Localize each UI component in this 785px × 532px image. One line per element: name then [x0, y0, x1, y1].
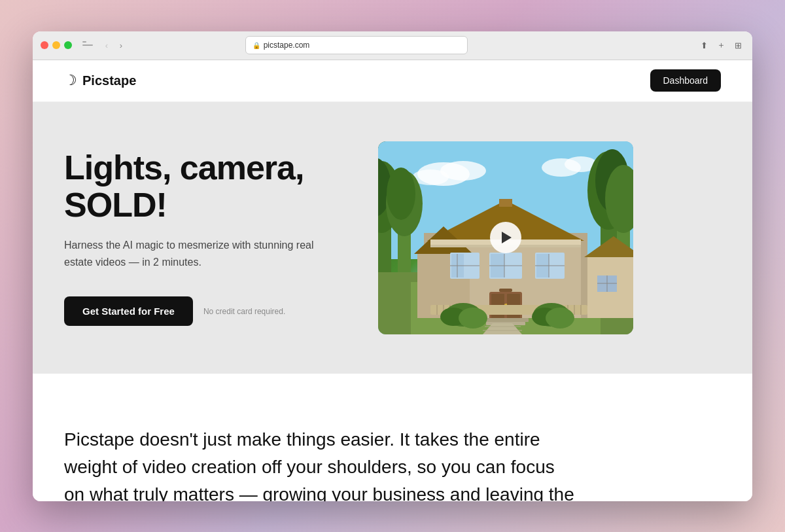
logo-icon: ☽ [64, 72, 77, 89]
svg-rect-49 [483, 318, 529, 322]
svg-point-73 [546, 308, 574, 328]
url-text: picstape.com [264, 41, 310, 50]
browser-actions: ⬆ ＋ ⊞ [699, 39, 744, 51]
traffic-lights [41, 41, 72, 49]
sidebar-icon[interactable]: ⊞ [733, 39, 744, 51]
minimize-button[interactable] [52, 41, 60, 49]
sidebar-toggle[interactable] [82, 41, 93, 49]
dashboard-button[interactable]: Dashboard [650, 69, 722, 92]
play-icon [502, 232, 512, 243]
lock-icon: 🔒 [253, 42, 260, 49]
new-tab-icon[interactable]: ＋ [716, 39, 727, 51]
play-button[interactable] [490, 222, 521, 253]
hero-subtitle: Harness the AI magic to mesmerize with s… [64, 237, 339, 270]
svg-rect-45 [491, 294, 504, 306]
close-button[interactable] [41, 41, 48, 49]
no-credit-text: No credit card required. [203, 307, 285, 316]
page-content: ☽ Picstape Dashboard Lights, camera, SOL… [33, 60, 752, 501]
svg-rect-24 [499, 199, 512, 207]
nav-arrows: ‹ › [101, 39, 127, 51]
logo-text: Picstape [82, 73, 136, 88]
hero-section: Lights, camera, SOLD! Harness the AI mag… [33, 102, 752, 374]
back-arrow[interactable]: ‹ [101, 39, 113, 51]
forward-arrow[interactable]: › [115, 39, 127, 51]
description-section: Picstape doesn't just make things easier… [33, 374, 752, 501]
cta-row: Get Started for Free No credit card requ… [64, 296, 339, 326]
navbar: ☽ Picstape Dashboard [33, 60, 752, 102]
svg-point-70 [459, 308, 487, 328]
house-image [378, 141, 633, 334]
svg-rect-43 [499, 289, 512, 292]
description-text: Picstape doesn't just make things easier… [64, 426, 574, 501]
hero-title: Lights, camera, SOLD! [64, 149, 339, 224]
fullscreen-button[interactable] [64, 41, 72, 49]
browser-chrome: ‹ › 🔒 picstape.com ⬆ ＋ ⊞ [33, 31, 752, 60]
svg-rect-46 [507, 294, 520, 306]
svg-point-11 [387, 168, 415, 220]
hero-image [378, 141, 633, 334]
browser-window: ‹ › 🔒 picstape.com ⬆ ＋ ⊞ ☽ Picstape Dash… [33, 31, 752, 501]
logo: ☽ Picstape [64, 72, 136, 89]
hero-content: Lights, camera, SOLD! Harness the AI mag… [64, 149, 339, 327]
get-started-button[interactable]: Get Started for Free [64, 296, 193, 326]
address-bar[interactable]: 🔒 picstape.com [245, 36, 468, 54]
share-icon[interactable]: ⬆ [699, 39, 710, 51]
